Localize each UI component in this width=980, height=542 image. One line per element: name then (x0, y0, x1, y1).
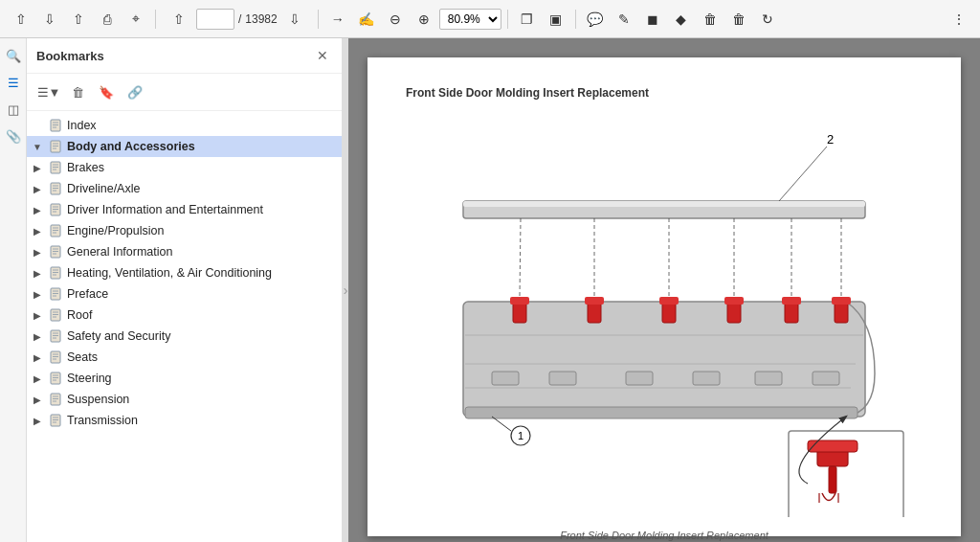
sidebar-header: Bookmarks ✕ (27, 38, 342, 74)
expand-arrow-steering[interactable]: ▶ (31, 372, 44, 385)
zoom-out-button[interactable]: ⊖ (382, 6, 409, 33)
bookmark-item-hvac[interactable]: ▶Heating, Ventilation, & Air Conditionin… (27, 262, 342, 283)
bookmark-icon-driveline (48, 181, 63, 196)
bookmark-label-safety: Safety and Security (67, 329, 336, 343)
bookmark-item-general-info[interactable]: ▶General Information (27, 241, 342, 262)
pdf-content-area[interactable]: Front Side Door Molding Insert Replaceme… (348, 38, 980, 542)
svg-rect-81 (785, 302, 798, 323)
bookmark-icon-index (48, 118, 63, 133)
delete-button[interactable]: 🗑 (725, 6, 752, 33)
expand-arrow-general-info[interactable]: ▶ (31, 245, 44, 259)
svg-rect-83 (835, 302, 848, 323)
bookmark-icon-safety (48, 328, 63, 344)
bookmark-label-body-accessories: Body and Accessories (67, 140, 336, 153)
expand-arrow-suspension[interactable]: ▶ (31, 393, 44, 406)
bookmark-item-body-accessories[interactable]: ▼Body and Accessories (27, 136, 342, 157)
bookmark-icon-general-info (48, 244, 63, 260)
svg-rect-70 (693, 372, 720, 385)
layers-icon-btn[interactable]: ◫ (2, 98, 25, 121)
expand-arrow-driveline[interactable]: ▶ (31, 182, 44, 195)
svg-rect-44 (51, 351, 60, 363)
undo-button[interactable]: ↻ (754, 6, 781, 33)
zoom-page-button[interactable]: ⌖ (122, 6, 149, 33)
stamp-button[interactable]: ◆ (668, 6, 695, 33)
prev-page-button[interactable]: ⇧ (166, 6, 192, 33)
svg-rect-24 (51, 246, 60, 258)
comment-button[interactable]: 💬 (582, 6, 609, 33)
expand-arrow-hvac[interactable]: ▶ (31, 266, 44, 280)
separator-2 (318, 10, 319, 29)
highlight-button[interactable]: ◼ (639, 6, 666, 33)
svg-rect-63 (465, 407, 858, 418)
svg-rect-40 (51, 330, 60, 342)
fit-button[interactable]: ❐ (514, 6, 541, 33)
bookmark-icon-seats (48, 350, 63, 365)
expand-arrow-safety[interactable]: ▶ (31, 329, 44, 343)
bookmark-label-driveline: Driveline/Axle (67, 182, 336, 195)
bookmark-item-safety[interactable]: ▶Safety and Security (27, 326, 342, 347)
bookmark-label-roof: Roof (67, 308, 336, 322)
main-area: 🔍 ☰ ◫ 📎 Bookmarks ✕ ☰▼ 🗑 🔖 🔗 Index▼Body … (0, 38, 980, 542)
bookmark-item-driveline[interactable]: ▶Driveline/Axle (27, 178, 342, 199)
bookmark-item-brakes[interactable]: ▶Brakes (27, 157, 342, 178)
bookmark-item-driver-info[interactable]: ▶Driver Information and Entertainment (27, 199, 342, 220)
upload-button[interactable]: ⇧ (65, 6, 92, 33)
bookmark-item-engine[interactable]: ▶Engine/Propulsion (27, 220, 342, 241)
back-button[interactable]: ⇧ (8, 6, 34, 33)
bookmark-item-preface[interactable]: ▶Preface (27, 283, 342, 305)
bookmark-view-btn[interactable]: ☰▼ (36, 79, 61, 104)
pencil-button[interactable]: ✎ (611, 6, 637, 33)
svg-rect-20 (51, 225, 60, 237)
bookmark-delete-btn[interactable]: 🗑 (65, 79, 90, 104)
bookmark-label-brakes: Brakes (67, 161, 336, 174)
bookmark-item-transmission[interactable]: ▶Transmission (27, 410, 342, 431)
separator-4 (575, 10, 576, 29)
svg-rect-48 (51, 373, 60, 384)
bookmark-icon-preface (48, 286, 63, 302)
bookmark-label-preface: Preface (67, 287, 336, 301)
next-page-button[interactable]: ⇩ (281, 6, 308, 33)
svg-rect-32 (51, 288, 60, 300)
expand-arrow-seats[interactable]: ▶ (31, 350, 44, 364)
expand-arrow-brakes[interactable]: ▶ (31, 161, 44, 174)
expand-arrow-preface[interactable]: ▶ (31, 287, 44, 301)
bookmarks-icon-btn[interactable]: ☰ (2, 71, 25, 94)
bookmark-item-suspension[interactable]: ▶Suspension (27, 389, 342, 410)
zoom-select[interactable]: 80.9% 75% 100% 125% (439, 9, 501, 30)
search-icon-btn[interactable]: 🔍 (2, 44, 25, 67)
pdf-caption: Front Side Door Molding Insert Replaceme… (406, 530, 923, 541)
svg-rect-67 (492, 372, 519, 385)
expand-arrow-body-accessories[interactable]: ▼ (31, 140, 44, 153)
crop-button[interactable]: ▣ (543, 6, 569, 33)
erase-button[interactable]: 🗑 (697, 6, 724, 33)
zoom-in-button[interactable]: ⊕ (411, 6, 437, 33)
bookmark-add-btn[interactable]: 🔖 (94, 79, 119, 104)
print-button[interactable]: ⎙ (94, 6, 121, 33)
pdf-page-title: Front Side Door Molding Insert Replaceme… (406, 86, 923, 100)
callout-2-label: 2 (827, 132, 834, 147)
forward-button[interactable]: ⇩ (36, 6, 63, 33)
bookmark-icon-engine (48, 223, 63, 238)
more-button[interactable]: ⋮ (946, 6, 972, 33)
pan-button[interactable]: ✍ (353, 6, 380, 33)
bookmark-move-btn[interactable]: 🔗 (122, 79, 147, 104)
bookmark-item-seats[interactable]: ▶Seats (27, 347, 342, 368)
expand-arrow-driver-info[interactable]: ▶ (31, 203, 44, 216)
bookmark-label-engine: Engine/Propulsion (67, 224, 336, 237)
expand-arrow-roof[interactable]: ▶ (31, 308, 44, 322)
bookmark-label-steering: Steering (67, 372, 336, 385)
svg-rect-68 (549, 372, 576, 385)
expand-arrow-index[interactable] (31, 119, 44, 132)
bookmark-item-steering[interactable]: ▶Steering (27, 368, 342, 389)
expand-arrow-engine[interactable]: ▶ (31, 224, 44, 237)
svg-rect-72 (813, 372, 839, 385)
page-number-input[interactable]: 468 (196, 9, 234, 30)
diagram-container: 2 (406, 115, 923, 520)
attachments-icon-btn[interactable]: 📎 (2, 124, 25, 147)
bookmark-item-roof[interactable]: ▶Roof (27, 305, 342, 326)
bookmark-label-suspension: Suspension (67, 393, 336, 406)
cursor-button[interactable]: → (324, 6, 351, 33)
sidebar-close-button[interactable]: ✕ (313, 46, 332, 65)
expand-arrow-transmission[interactable]: ▶ (31, 414, 44, 427)
bookmark-item-index[interactable]: Index (27, 115, 342, 136)
